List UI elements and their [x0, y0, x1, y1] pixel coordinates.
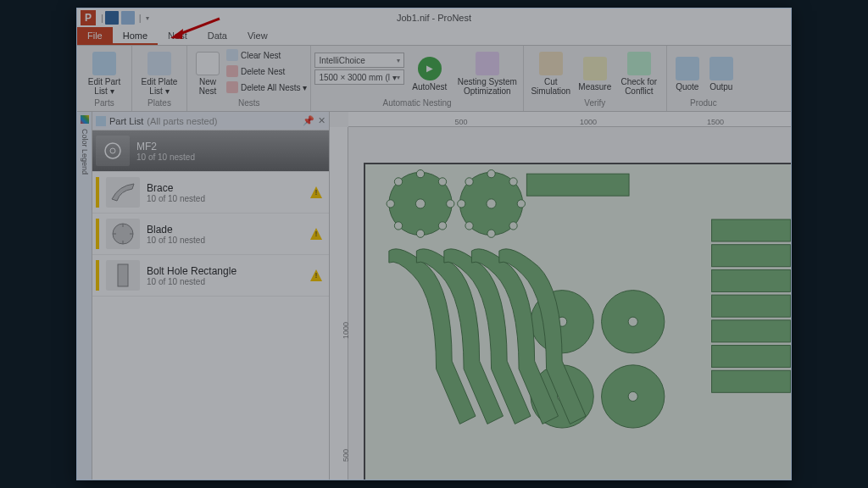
part-name: Bolt Hole Rectangle [147, 265, 303, 277]
svg-point-38 [487, 170, 495, 178]
warning-stripe [96, 260, 99, 291]
svg-point-33 [438, 222, 446, 230]
output-button[interactable]: Outpu [706, 47, 737, 98]
separator: | [139, 13, 142, 23]
tab-nest[interactable]: Nest [158, 27, 198, 45]
svg-point-43 [465, 222, 473, 230]
svg-point-30 [416, 170, 424, 178]
vertical-ruler: 1000 500 [330, 127, 348, 480]
new-nest-icon [196, 52, 220, 75]
part-status: 10 of 10 nested [136, 152, 322, 162]
part-thumbnail [106, 260, 140, 291]
separator: | [101, 13, 103, 23]
warning-icon: ! [310, 269, 322, 281]
part-list-panel: Part List (All parts nested) 📌 ✕ MF210 o… [92, 112, 330, 480]
color-legend-sidebar[interactable]: Color Legend [77, 112, 92, 480]
quote-icon [676, 57, 699, 80]
cut-sim-icon [539, 52, 563, 75]
clear-icon [226, 49, 238, 61]
qat-dropdown-icon[interactable]: ▾ [146, 14, 149, 22]
ribbon: Edit Part List ▾ Parts Edit Plate List ▾… [77, 46, 791, 112]
part-list-body: MF210 of 10 nested Brace10 of 10 nested … [92, 130, 329, 480]
svg-point-35 [394, 222, 402, 230]
part-status: 10 of 10 nested [147, 277, 303, 286]
group-label: Parts [81, 98, 128, 109]
panel-subtitle: (All parts nested) [147, 116, 217, 126]
svg-rect-27 [712, 320, 791, 342]
delete-nest-button[interactable]: Delete Nest [226, 64, 307, 79]
nest-canvas[interactable]: 500 1000 1500 1000 500 [330, 112, 791, 480]
tab-data[interactable]: Data [198, 27, 237, 45]
nesting-optimization-button[interactable]: Nesting System Optimization [455, 47, 520, 98]
intellichoice-dropdown[interactable]: IntelliChoice▾ [314, 53, 403, 68]
tab-file[interactable]: File [77, 27, 113, 45]
svg-point-18 [628, 317, 637, 326]
part-name: Blade [147, 224, 303, 236]
delete-icon [226, 65, 238, 77]
delete-all-nests-button[interactable]: Delete All Nests ▾ [226, 80, 307, 95]
part-thumbnail [96, 136, 130, 166]
part-thumbnail [106, 177, 140, 208]
quote-button[interactable]: Quote [670, 47, 704, 98]
close-icon[interactable]: ✕ [318, 115, 326, 126]
ribbon-tabs: File Home Nest Data View [77, 27, 791, 46]
optimization-icon [476, 52, 499, 75]
svg-point-34 [416, 230, 424, 237]
svg-point-44 [458, 200, 465, 208]
save-icon[interactable] [105, 11, 119, 25]
part-list-item[interactable]: Bolt Hole Rectangle10 of 10 nested ! [92, 255, 329, 297]
part-list-item[interactable]: Brace10 of 10 nested ! [92, 172, 329, 214]
autonest-button[interactable]: ▶ AutoNest [406, 47, 453, 98]
panel-header: Part List (All parts nested) 📌 ✕ [92, 112, 329, 130]
clear-nest-button[interactable]: Clear Nest [226, 47, 307, 63]
group-label: Automatic Nesting [314, 98, 519, 109]
panel-title: Part List [109, 116, 143, 126]
warning-icon: ! [310, 186, 322, 198]
part-thumbnail [106, 219, 140, 249]
svg-point-37 [394, 178, 402, 186]
ribbon-group-verify: Cut Simulation Measure Check for Conflic… [524, 46, 667, 111]
new-nest-button[interactable]: New Nest [191, 47, 225, 98]
play-icon: ▶ [418, 57, 442, 80]
svg-rect-28 [712, 346, 791, 368]
ribbon-group-nests: New Nest Clear Nest Delete Nest Delete A… [187, 46, 311, 111]
title-bar: P | | ▾ Job1.nif - ProNest [77, 8, 791, 27]
svg-point-41 [509, 222, 517, 230]
cut-simulation-button[interactable]: Cut Simulation [527, 47, 575, 98]
part-list-icon [92, 52, 116, 75]
app-window: P | | ▾ Job1.nif - ProNest File Home Nes… [76, 8, 792, 480]
svg-rect-29 [712, 370, 791, 392]
svg-rect-9 [118, 264, 128, 286]
group-label: Plates [136, 98, 183, 109]
svg-point-31 [438, 178, 446, 186]
tab-view[interactable]: View [237, 27, 278, 45]
edit-plate-list-button[interactable]: Edit Plate List ▾ [136, 47, 183, 98]
delete-all-icon [226, 81, 238, 93]
part-list-item[interactable]: Blade10 of 10 nested ! [92, 214, 329, 255]
platesize-dropdown[interactable]: 1500 × 3000 mm (l ▾▾ [314, 69, 403, 85]
part-status: 10 of 10 nested [147, 194, 303, 203]
part-list-item[interactable]: MF210 of 10 nested [92, 130, 329, 172]
plate-list-icon [147, 52, 171, 75]
edit-part-list-button[interactable]: Edit Part List ▾ [81, 47, 128, 98]
part-list-icon [96, 116, 106, 126]
part-name: Brace [147, 182, 303, 194]
svg-point-36 [387, 200, 394, 208]
svg-point-22 [628, 391, 637, 401]
group-label: Nests [191, 98, 307, 109]
svg-point-40 [517, 200, 525, 208]
measure-icon [583, 57, 607, 80]
window-title: Job1.nif - ProNest [397, 13, 471, 23]
svg-rect-26 [712, 295, 791, 317]
tab-home[interactable]: Home [113, 27, 158, 45]
quick-access-toolbar: | ▾ [105, 11, 149, 25]
qat-button[interactable] [121, 11, 135, 25]
svg-point-13 [487, 199, 496, 208]
part-status: 10 of 10 nested [147, 236, 303, 245]
ribbon-group-plates: Edit Plate List ▾ Plates [132, 46, 187, 111]
plate [364, 163, 791, 480]
pin-icon[interactable]: 📌 [303, 115, 314, 126]
check-conflict-button[interactable]: Check for Conflict [615, 47, 663, 98]
ribbon-group-parts: Edit Part List ▾ Parts [77, 46, 132, 111]
measure-button[interactable]: Measure [576, 47, 614, 98]
